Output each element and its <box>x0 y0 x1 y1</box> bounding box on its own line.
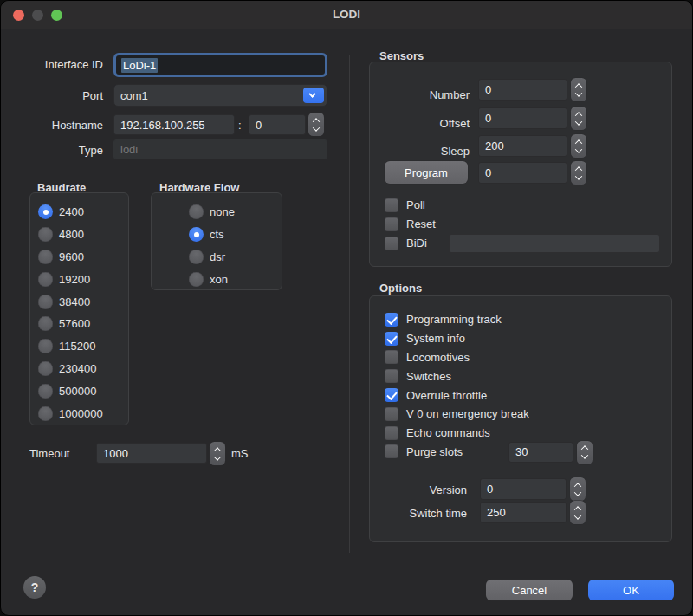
options-inline-input-7[interactable]: 30 <box>508 442 573 463</box>
baudrate-radio-row-7[interactable]: 230400 <box>38 358 103 380</box>
baudrate-item-label-4: 38400 <box>59 295 90 308</box>
help-button[interactable]: ? <box>23 576 46 599</box>
baudrate-radio-row-8[interactable]: 500000 <box>38 379 103 402</box>
baudrate-radio-icon-7[interactable] <box>38 361 53 376</box>
baudrate-radio-row-1[interactable]: 4800 <box>38 224 103 246</box>
switch-time-stepper[interactable] <box>570 501 586 524</box>
sensors-number-stepper[interactable] <box>571 78 586 101</box>
hardware-flow-radio-icon-1[interactable] <box>189 227 204 242</box>
type-input[interactable]: lodi <box>113 139 327 159</box>
stepper-down-icon[interactable] <box>581 451 588 458</box>
chevron-down-icon[interactable] <box>303 88 324 103</box>
stepper-down-icon[interactable] <box>575 118 582 125</box>
options-item-label-7: Purge slots <box>406 445 463 458</box>
stepper-down-icon[interactable] <box>575 172 582 179</box>
options-checkbox-row-2[interactable]: Locomotives <box>385 348 661 367</box>
options-checkbox-row-7[interactable]: Purge slots30 <box>385 443 661 462</box>
bidi-checkbox[interactable] <box>385 237 398 250</box>
version-label: Version <box>370 484 467 496</box>
options-inline-value-7: 30 <box>515 445 528 458</box>
stepper-down-icon[interactable] <box>313 124 320 131</box>
baudrate-radio-icon-2[interactable] <box>38 250 53 264</box>
baudrate-radio-row-3[interactable]: 19200 <box>38 268 103 290</box>
bidi-input[interactable] <box>449 234 660 253</box>
options-checkbox-icon-4[interactable] <box>385 388 398 402</box>
hardware-flow-radio-icon-3[interactable] <box>189 272 204 287</box>
options-checkbox-row-0[interactable]: Programming track <box>385 310 661 329</box>
sensors-number-label: Number <box>370 89 470 101</box>
version-stepper[interactable] <box>570 477 586 501</box>
program-stepper[interactable] <box>571 161 586 185</box>
stepper-down-icon[interactable] <box>575 89 582 96</box>
options-item-label-2: Locomotives <box>406 351 470 364</box>
hardware-flow-radio-icon-0[interactable] <box>189 204 204 219</box>
poll-checkbox[interactable] <box>385 198 398 212</box>
switch-time-input[interactable]: 250 <box>480 502 567 523</box>
options-inline-stepper-7[interactable] <box>577 441 593 464</box>
sensors-offset-label: Offset <box>370 118 470 129</box>
baudrate-radio-row-4[interactable]: 38400 <box>38 290 103 313</box>
options-checkbox-row-5[interactable]: V 0 on emergency break <box>385 405 661 424</box>
timeout-stepper[interactable] <box>210 442 225 465</box>
hostname-port-stepper[interactable] <box>308 113 324 136</box>
hardware-flow-radio-row-0[interactable]: none <box>189 201 235 224</box>
hardware-flow-radio-icon-2[interactable] <box>189 250 204 264</box>
options-item-label-3: Switches <box>406 370 451 383</box>
baudrate-radio-icon-1[interactable] <box>38 227 53 242</box>
baudrate-radio-row-5[interactable]: 57600 <box>38 313 103 335</box>
reset-checkbox[interactable] <box>385 217 398 231</box>
timeout-input[interactable]: 1000 <box>96 443 207 464</box>
baudrate-item-label-9: 1000000 <box>59 407 103 420</box>
hostname-port-input[interactable]: 0 <box>249 114 306 135</box>
options-checkbox-icon-1[interactable] <box>385 332 398 346</box>
hardware-flow-radio-row-3[interactable]: xon <box>189 268 235 290</box>
options-checkbox-row-4[interactable]: Overrule throttle <box>385 386 661 405</box>
hardware-flow-radio-row-1[interactable]: cts <box>189 224 235 246</box>
baudrate-radio-row-0[interactable]: 2400 <box>38 201 103 224</box>
baudrate-item-label-6: 115200 <box>59 340 95 353</box>
ok-button[interactable]: OK <box>588 580 674 600</box>
stepper-down-icon[interactable] <box>214 453 221 460</box>
options-checkbox-icon-0[interactable] <box>385 313 398 327</box>
port-select[interactable]: com1 <box>113 84 327 107</box>
baudrate-radio-icon-3[interactable] <box>38 272 53 287</box>
options-checkbox-icon-5[interactable] <box>385 407 398 421</box>
baudrate-radio-icon-9[interactable] <box>38 406 53 421</box>
interface-id-input[interactable]: LoDi-1 <box>113 53 327 77</box>
baudrate-radio-icon-4[interactable] <box>38 295 53 309</box>
baudrate-radio-icon-8[interactable] <box>38 384 53 399</box>
sensors-sleep-input[interactable]: 200 <box>478 135 567 157</box>
sensors-offset-stepper[interactable] <box>571 107 586 130</box>
options-checkbox-icon-2[interactable] <box>385 350 398 364</box>
sensors-number-input[interactable]: 0 <box>478 79 567 101</box>
options-checkbox-row-3[interactable]: Switches <box>385 366 661 386</box>
program-input[interactable]: 0 <box>478 162 567 184</box>
bidi-checkbox-row[interactable]: BiDi <box>385 234 427 253</box>
options-checkbox-row-1[interactable]: System info <box>385 329 661 348</box>
program-button[interactable]: Program <box>385 161 468 184</box>
options-checkbox-icon-6[interactable] <box>385 426 398 440</box>
poll-label: Poll <box>406 198 425 211</box>
baudrate-radio-icon-5[interactable] <box>38 316 53 331</box>
sensors-sleep-stepper[interactable] <box>571 134 586 158</box>
hostname-separator: : <box>238 120 242 131</box>
options-checkbox-icon-7[interactable] <box>385 444 398 458</box>
cancel-button[interactable]: Cancel <box>486 580 573 600</box>
sensors-offset-input[interactable]: 0 <box>478 107 567 129</box>
stepper-down-icon[interactable] <box>574 489 581 496</box>
version-input[interactable]: 0 <box>480 478 567 500</box>
options-checkbox-icon-3[interactable] <box>385 369 398 383</box>
baudrate-radio-row-2[interactable]: 9600 <box>38 246 103 269</box>
hardware-flow-radio-row-2[interactable]: dsr <box>189 246 235 269</box>
baudrate-radio-icon-6[interactable] <box>38 339 53 353</box>
baudrate-radio-icon-0[interactable] <box>38 204 53 219</box>
baudrate-radio-row-6[interactable]: 115200 <box>38 335 103 358</box>
stepper-down-icon[interactable] <box>574 512 581 519</box>
sensors-sleep-value: 200 <box>485 139 504 152</box>
poll-checkbox-row[interactable]: Poll <box>385 196 425 215</box>
stepper-down-icon[interactable] <box>575 146 582 152</box>
options-checkbox-row-6[interactable]: Echo commands <box>385 424 661 443</box>
hostname-ip-input[interactable]: 192.168.100.255 <box>113 114 235 135</box>
reset-checkbox-row[interactable]: Reset <box>385 215 436 234</box>
baudrate-radio-row-9[interactable]: 1000000 <box>38 402 103 425</box>
